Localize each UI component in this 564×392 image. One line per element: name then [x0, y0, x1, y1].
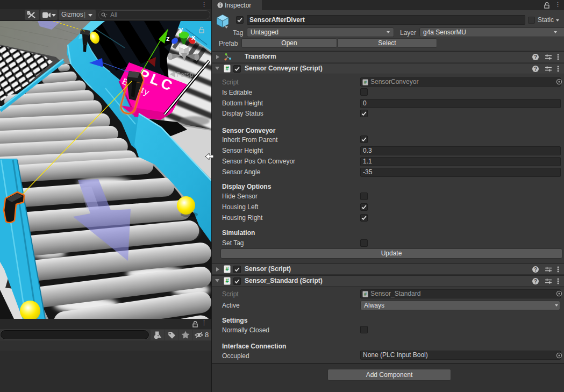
- svg-text:Persp: Persp: [176, 71, 194, 79]
- svg-text:?: ?: [534, 279, 537, 284]
- svg-text:?: ?: [534, 54, 537, 60]
- svg-text:z: z: [166, 34, 170, 42]
- svg-text:y: y: [179, 25, 183, 33]
- svg-text:?: ?: [534, 267, 537, 273]
- svg-text:#: #: [364, 291, 367, 297]
- svg-text:?: ?: [534, 66, 537, 72]
- svg-text:x: x: [191, 33, 196, 41]
- svg-text:#: #: [225, 277, 229, 284]
- svg-text:#: #: [225, 266, 229, 272]
- svg-text:#: #: [225, 65, 229, 72]
- svg-text:#: #: [364, 80, 367, 85]
